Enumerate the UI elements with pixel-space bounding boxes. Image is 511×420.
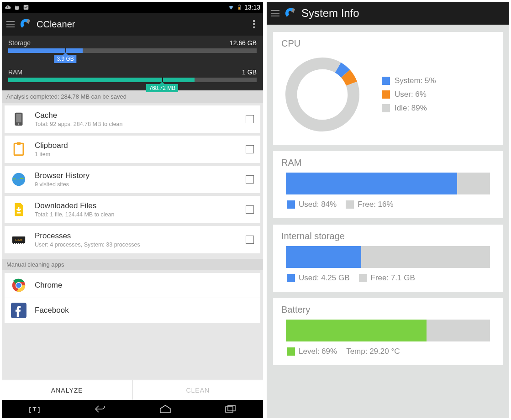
- storage-hbar: [286, 246, 490, 268]
- ram-card: RAM Used: 84% Free: 16%: [273, 151, 503, 218]
- manual-app-chrome[interactable]: Chrome: [5, 273, 260, 298]
- clean-item-clipboard[interactable]: Clipboard1 item: [5, 136, 260, 163]
- ram-hbar: [286, 173, 490, 194]
- svg-rect-10: [14, 143, 23, 155]
- storage-card-title: Internal storage: [281, 231, 495, 242]
- legend-swatch: [382, 90, 390, 99]
- phone-icon: [11, 111, 26, 127]
- svg-rect-20: [226, 407, 233, 412]
- item-checkbox[interactable]: [246, 236, 254, 244]
- nav-recents-icon[interactable]: [219, 404, 242, 414]
- clean-item-globe[interactable]: Browser History9 visited sites: [5, 166, 260, 193]
- list-item-sub: 1 item: [35, 151, 68, 158]
- battery-icon: [236, 4, 242, 10]
- svg-rect-8: [16, 114, 21, 122]
- ram-used-label: Used: 84%: [299, 200, 337, 209]
- manual-cleaning-header: Manual cleaning apps: [2, 259, 263, 270]
- ram-icon: RAM: [11, 232, 26, 247]
- legend-text: User: 6%: [395, 90, 427, 99]
- ccleaner-logo-icon: [19, 18, 32, 31]
- ram-label: RAM: [8, 68, 22, 76]
- battery-level-label: Level: 69%: [299, 347, 337, 356]
- svg-rect-5: [238, 7, 240, 10]
- ram-card-title: RAM: [281, 158, 495, 168]
- storage-label: Storage: [8, 39, 31, 47]
- nav-home-icon[interactable]: [154, 404, 177, 414]
- ram-tag: 768.72 MB: [146, 84, 178, 92]
- cpu-legend: System: 5%User: 6%Idle: 89%: [382, 76, 436, 113]
- statusbar-time: 13:13: [244, 4, 260, 11]
- android-debug-icon: [14, 4, 20, 10]
- list-item-title: Chrome: [35, 281, 62, 290]
- system-info-screen: System Info CPU System: 5%User: 6%Idle: …: [267, 2, 509, 418]
- storage-free-label: Free: 7.1 GB: [371, 273, 415, 283]
- list-item-sub: 9 visited sites: [35, 181, 90, 188]
- list-item-title: Browser History: [35, 171, 90, 180]
- ccleaner-main-screen: 13:13 CCleaner Storage12.66 GB 3.9 GB RA…: [2, 2, 263, 418]
- cpu-card: CPU System: 5%User: 6%Idle: 89%: [273, 32, 503, 145]
- svg-point-9: [18, 123, 20, 125]
- legend-swatch: [382, 77, 390, 85]
- manual-app-facebook[interactable]: Facebook: [5, 298, 260, 323]
- nav-keyboard-icon[interactable]: [ T ]: [23, 406, 46, 413]
- sysinfo-title: System Info: [301, 7, 359, 20]
- hamburger-menu-icon[interactable]: [6, 21, 15, 27]
- battery-card: Battery Level: 69% Temp: 29.20 °C: [273, 298, 503, 365]
- list-item-sub: Total: 1 file, 124.44 MB to clean: [35, 211, 114, 218]
- legend-swatch: [382, 104, 390, 112]
- sysinfo-header: System Info: [267, 2, 509, 25]
- overflow-menu-icon[interactable]: [249, 20, 258, 28]
- cleanable-list: CacheTotal: 92 apps, 284.78 MB to cleanC…: [2, 103, 263, 380]
- svg-point-0: [16, 5, 16, 5]
- svg-rect-4: [239, 5, 240, 5]
- storage-used-label: Used: 4.25 GB: [299, 273, 350, 283]
- analyze-button[interactable]: ANALYZE: [2, 380, 132, 400]
- storage-card: Internal storage Used: 4.25 GB Free: 7.1…: [273, 225, 503, 292]
- item-checkbox[interactable]: [246, 205, 254, 214]
- list-item-title: Downloaded Files: [35, 201, 114, 210]
- storage-bar-fill: [8, 48, 83, 53]
- list-item-title: Processes: [35, 231, 140, 241]
- battery-level-swatch: [287, 347, 295, 356]
- hamburger-menu-icon[interactable]: [271, 10, 279, 16]
- android-navbar: [ T ]: [2, 400, 263, 418]
- item-checkbox[interactable]: [246, 145, 254, 153]
- clean-item-download[interactable]: Downloaded FilesTotal: 1 file, 124.44 MB…: [5, 196, 260, 223]
- nav-back-icon[interactable]: [89, 404, 111, 414]
- item-checkbox[interactable]: [246, 115, 254, 123]
- list-item-title: Cache: [35, 111, 123, 120]
- cpu-legend-entry: Idle: 89%: [382, 104, 436, 113]
- ram-bar-fill: [8, 78, 195, 82]
- storage-used-swatch: [287, 274, 295, 282]
- battery-card-title: Battery: [281, 304, 495, 315]
- clipboard-icon: [11, 142, 26, 157]
- battery-hbar: [286, 320, 490, 341]
- ram-free-label: Free: 16%: [358, 200, 393, 209]
- svg-point-1: [18, 5, 18, 5]
- svg-rect-21: [228, 405, 235, 411]
- app-header: CCleaner: [2, 13, 263, 36]
- download-icon: [11, 202, 26, 217]
- svg-rect-11: [17, 142, 21, 145]
- wifi-icon: [228, 4, 234, 10]
- storage-total: 12.66 GB: [230, 39, 257, 47]
- list-item-sub: Total: 92 apps, 284.78 MB to clean: [35, 121, 123, 127]
- list-item-sub: User: 4 processes, System: 33 processes: [35, 242, 140, 248]
- ram-bar: 768.72 MB: [8, 78, 257, 82]
- cpu-legend-entry: System: 5%: [382, 76, 436, 85]
- storage-hbar-fill: [286, 246, 361, 268]
- app-title: CCleaner: [37, 19, 75, 30]
- usage-gauges: Storage12.66 GB 3.9 GB RAM1 GB 768.72 MB: [2, 36, 263, 90]
- cpu-donut-chart: [281, 53, 363, 136]
- checkbox-icon: [23, 4, 29, 10]
- clean-button[interactable]: CLEAN: [132, 380, 263, 400]
- ram-hbar-fill: [286, 173, 457, 194]
- sysinfo-body: CPU System: 5%User: 6%Idle: 89% RAM Used…: [267, 25, 509, 418]
- analysis-result-banner: Analysis completed: 284.78 MB can be sav…: [2, 90, 263, 103]
- clean-item-ram[interactable]: RAMProcessesUser: 4 processes, System: 3…: [5, 226, 260, 253]
- battery-hbar-fill: [286, 320, 427, 341]
- android-statusbar: 13:13: [2, 2, 263, 13]
- ram-used-swatch: [287, 200, 295, 209]
- item-checkbox[interactable]: [246, 175, 254, 184]
- clean-item-phone[interactable]: CacheTotal: 92 apps, 284.78 MB to clean: [5, 105, 260, 133]
